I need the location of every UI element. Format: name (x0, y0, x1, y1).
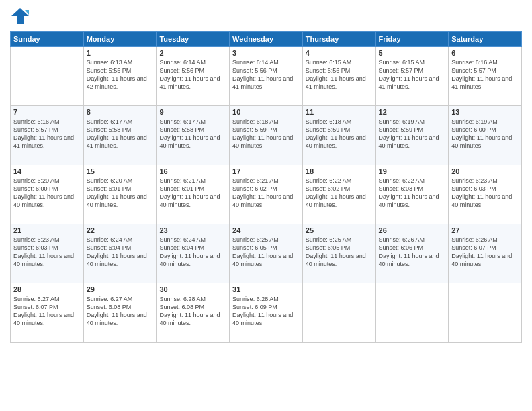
day-cell: 25Sunrise: 6:25 AM Sunset: 6:05 PM Dayli… (302, 224, 375, 283)
day-cell: 30Sunrise: 6:28 AM Sunset: 6:08 PM Dayli… (157, 283, 230, 342)
day-info: Sunrise: 6:27 AM Sunset: 6:08 PM Dayligh… (87, 295, 154, 328)
weekday-header-thursday: Thursday (302, 32, 375, 47)
day-info: Sunrise: 6:19 AM Sunset: 5:59 PM Dayligh… (379, 118, 446, 150)
day-cell: 13Sunrise: 6:19 AM Sunset: 6:00 PM Dayli… (449, 106, 522, 165)
day-number: 15 (87, 167, 154, 175)
day-info: Sunrise: 6:15 AM Sunset: 5:57 PM Dayligh… (379, 58, 446, 91)
day-cell: 14Sunrise: 6:20 AM Sunset: 6:00 PM Dayli… (11, 165, 84, 224)
day-cell: 1Sunrise: 6:13 AM Sunset: 5:55 PM Daylig… (83, 47, 157, 106)
day-number: 11 (306, 108, 373, 116)
calendar-table: SundayMondayTuesdayWednesdayThursdayFrid… (10, 31, 522, 342)
day-number: 23 (159, 226, 226, 234)
day-info: Sunrise: 6:14 AM Sunset: 5:56 PM Dayligh… (232, 58, 300, 91)
day-cell: 29Sunrise: 6:27 AM Sunset: 6:08 PM Dayli… (83, 283, 157, 342)
day-number: 30 (159, 285, 226, 293)
day-info: Sunrise: 6:26 AM Sunset: 6:06 PM Dayligh… (379, 236, 446, 269)
weekday-header-row: SundayMondayTuesdayWednesdayThursdayFrid… (11, 32, 522, 47)
weekday-header-tuesday: Tuesday (157, 32, 230, 47)
day-info: Sunrise: 6:28 AM Sunset: 6:08 PM Dayligh… (159, 295, 226, 328)
day-number: 22 (87, 226, 154, 234)
day-cell (11, 47, 84, 106)
day-number: 19 (379, 167, 446, 175)
day-info: Sunrise: 6:26 AM Sunset: 6:07 PM Dayligh… (451, 236, 519, 269)
day-info: Sunrise: 6:20 AM Sunset: 6:01 PM Dayligh… (87, 177, 154, 210)
day-cell: 24Sunrise: 6:25 AM Sunset: 6:05 PM Dayli… (230, 224, 303, 283)
week-row-1: 7Sunrise: 6:16 AM Sunset: 5:57 PM Daylig… (11, 106, 522, 165)
day-number: 18 (306, 167, 373, 175)
day-cell (302, 283, 375, 342)
day-info: Sunrise: 6:23 AM Sunset: 6:03 PM Dayligh… (13, 236, 81, 269)
day-cell: 27Sunrise: 6:26 AM Sunset: 6:07 PM Dayli… (449, 224, 522, 283)
week-row-3: 21Sunrise: 6:23 AM Sunset: 6:03 PM Dayli… (11, 224, 522, 283)
day-cell: 3Sunrise: 6:14 AM Sunset: 5:56 PM Daylig… (230, 47, 303, 106)
day-cell: 2Sunrise: 6:14 AM Sunset: 5:56 PM Daylig… (157, 47, 230, 106)
day-info: Sunrise: 6:15 AM Sunset: 5:56 PM Dayligh… (306, 58, 373, 91)
weekday-header-wednesday: Wednesday (230, 32, 303, 47)
day-number: 14 (13, 167, 81, 175)
day-number: 12 (379, 108, 446, 116)
day-number: 20 (451, 167, 519, 175)
day-number: 3 (232, 49, 300, 57)
day-number: 21 (13, 226, 81, 234)
day-cell: 23Sunrise: 6:24 AM Sunset: 6:04 PM Dayli… (157, 224, 230, 283)
day-cell: 15Sunrise: 6:20 AM Sunset: 6:01 PM Dayli… (83, 165, 157, 224)
day-cell (449, 283, 522, 342)
day-number: 16 (159, 167, 226, 175)
day-info: Sunrise: 6:16 AM Sunset: 5:57 PM Dayligh… (451, 58, 519, 91)
week-row-4: 28Sunrise: 6:27 AM Sunset: 6:07 PM Dayli… (11, 283, 522, 342)
day-number: 27 (451, 226, 519, 234)
day-number: 1 (87, 49, 154, 57)
day-number: 29 (87, 285, 154, 293)
day-info: Sunrise: 6:16 AM Sunset: 5:57 PM Dayligh… (13, 118, 81, 150)
day-info: Sunrise: 6:22 AM Sunset: 6:03 PM Dayligh… (379, 177, 446, 210)
day-number: 25 (306, 226, 373, 234)
day-number: 17 (232, 167, 300, 175)
day-number: 6 (451, 49, 519, 57)
page: SundayMondayTuesdayWednesdayThursdayFrid… (0, 0, 532, 411)
day-cell: 20Sunrise: 6:23 AM Sunset: 6:03 PM Dayli… (449, 165, 522, 224)
day-number: 4 (306, 49, 373, 57)
day-info: Sunrise: 6:27 AM Sunset: 6:07 PM Dayligh… (13, 295, 81, 328)
day-number: 24 (232, 226, 300, 234)
weekday-header-friday: Friday (375, 32, 449, 47)
day-number: 31 (232, 285, 300, 293)
weekday-header-saturday: Saturday (449, 32, 522, 47)
day-info: Sunrise: 6:28 AM Sunset: 6:09 PM Dayligh… (232, 295, 300, 328)
day-info: Sunrise: 6:25 AM Sunset: 6:05 PM Dayligh… (232, 236, 300, 269)
day-number: 2 (159, 49, 226, 57)
day-info: Sunrise: 6:21 AM Sunset: 6:01 PM Dayligh… (159, 177, 226, 210)
day-info: Sunrise: 6:19 AM Sunset: 6:00 PM Dayligh… (451, 118, 519, 150)
logo-icon (10, 7, 30, 26)
day-info: Sunrise: 6:24 AM Sunset: 6:04 PM Dayligh… (159, 236, 226, 269)
day-cell: 6Sunrise: 6:16 AM Sunset: 5:57 PM Daylig… (449, 47, 522, 106)
day-info: Sunrise: 6:24 AM Sunset: 6:04 PM Dayligh… (87, 236, 154, 269)
day-number: 13 (451, 108, 519, 116)
day-cell: 18Sunrise: 6:22 AM Sunset: 6:02 PM Dayli… (302, 165, 375, 224)
day-cell: 17Sunrise: 6:21 AM Sunset: 6:02 PM Dayli… (230, 165, 303, 224)
day-cell: 28Sunrise: 6:27 AM Sunset: 6:07 PM Dayli… (11, 283, 84, 342)
day-cell: 9Sunrise: 6:17 AM Sunset: 5:58 PM Daylig… (157, 106, 230, 165)
day-info: Sunrise: 6:21 AM Sunset: 6:02 PM Dayligh… (232, 177, 300, 210)
day-info: Sunrise: 6:17 AM Sunset: 5:58 PM Dayligh… (87, 118, 154, 150)
day-number: 9 (159, 108, 226, 116)
day-cell: 12Sunrise: 6:19 AM Sunset: 5:59 PM Dayli… (375, 106, 449, 165)
day-cell: 31Sunrise: 6:28 AM Sunset: 6:09 PM Dayli… (230, 283, 303, 342)
day-number: 10 (232, 108, 300, 116)
day-info: Sunrise: 6:18 AM Sunset: 5:59 PM Dayligh… (232, 118, 300, 150)
day-cell: 8Sunrise: 6:17 AM Sunset: 5:58 PM Daylig… (83, 106, 157, 165)
day-info: Sunrise: 6:23 AM Sunset: 6:03 PM Dayligh… (451, 177, 519, 210)
day-info: Sunrise: 6:13 AM Sunset: 5:55 PM Dayligh… (87, 58, 154, 91)
day-cell (375, 283, 449, 342)
day-number: 26 (379, 226, 446, 234)
day-info: Sunrise: 6:25 AM Sunset: 6:05 PM Dayligh… (306, 236, 373, 269)
day-cell: 22Sunrise: 6:24 AM Sunset: 6:04 PM Dayli… (83, 224, 157, 283)
weekday-header-monday: Monday (83, 32, 157, 47)
day-info: Sunrise: 6:18 AM Sunset: 5:59 PM Dayligh… (306, 118, 373, 150)
header (10, 7, 522, 26)
week-row-2: 14Sunrise: 6:20 AM Sunset: 6:00 PM Dayli… (11, 165, 522, 224)
day-number: 8 (87, 108, 154, 116)
day-number: 5 (379, 49, 446, 57)
day-cell: 4Sunrise: 6:15 AM Sunset: 5:56 PM Daylig… (302, 47, 375, 106)
day-info: Sunrise: 6:17 AM Sunset: 5:58 PM Dayligh… (159, 118, 226, 150)
day-info: Sunrise: 6:20 AM Sunset: 6:00 PM Dayligh… (13, 177, 81, 210)
